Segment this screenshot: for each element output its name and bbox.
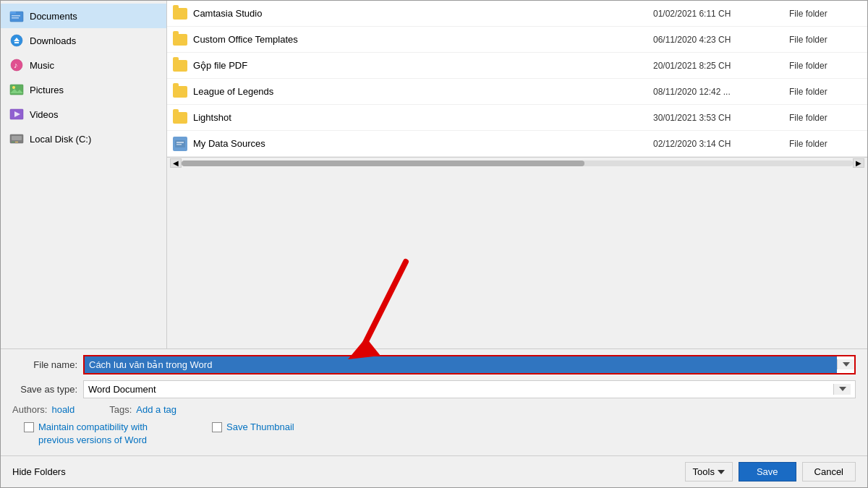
svg-rect-17: [15, 142, 18, 142]
save-as-dialog: Documents Downloads ♪: [0, 0, 868, 488]
thumbnail-checkbox[interactable]: [212, 422, 222, 432]
folder-icon: [173, 8, 187, 20]
file-date: 20/01/2021 8:25 CH: [653, 61, 783, 71]
videos-icon: [9, 107, 24, 121]
bottom-bar: Hide Folders Tools Save Cancel: [1, 455, 867, 487]
savetype-dropdown-btn[interactable]: [833, 384, 851, 395]
file-list-container: Camtasia Studio 01/02/2021 6:11 CH File …: [167, 1, 867, 348]
file-row-my-data[interactable]: My Data Sources 02/12/2020 3:14 CH File …: [167, 131, 867, 157]
svg-text:♪: ♪: [14, 61, 18, 69]
folder-icon: [173, 86, 187, 98]
thumbnail-label: Save Thumbnail: [226, 421, 294, 434]
sidebar-item-pictures[interactable]: Pictures: [1, 77, 166, 102]
sidebar-item-music-label: Music: [30, 60, 54, 71]
file-name-cell: Camtasia Studio: [173, 8, 647, 20]
file-type: File folder: [789, 87, 861, 97]
file-type: File folder: [789, 139, 861, 149]
tools-button[interactable]: Tools: [685, 462, 733, 481]
disk-icon: [9, 132, 24, 146]
file-date: 02/12/2020 3:14 CH: [653, 139, 783, 149]
sidebar-item-videos-label: Videos: [30, 109, 59, 120]
svg-rect-1: [10, 12, 16, 14]
file-date: 30/01/2021 3:53 CH: [653, 113, 783, 123]
svg-rect-15: [12, 136, 22, 140]
file-type: File folder: [789, 113, 861, 123]
filename-row: File name:: [12, 355, 856, 374]
sidebar-item-documents[interactable]: Documents: [1, 4, 166, 28]
authors-label: Authors:: [12, 404, 47, 415]
file-row-lol[interactable]: League of Legends 08/11/2020 12:42 ... F…: [167, 79, 867, 105]
authors-section: Authors: hoald: [12, 404, 75, 415]
sidebar-item-documents-label: Documents: [30, 11, 77, 22]
savetype-value: Word Document: [88, 384, 833, 395]
checkbox-item-thumbnail: Save Thumbnail: [212, 421, 294, 434]
sidebar-item-downloads[interactable]: Downloads: [1, 28, 166, 53]
file-name-cell: Custom Office Templates: [173, 34, 647, 46]
svg-rect-3: [12, 17, 19, 19]
cancel-button[interactable]: Cancel: [802, 462, 856, 481]
documents-icon: [9, 9, 24, 23]
checkbox-item-compatibility: Maintain compatibility with previous ver…: [24, 421, 183, 447]
tags-value[interactable]: Add a tag: [136, 404, 176, 415]
file-name-cell: Gộp file PDF: [173, 60, 647, 72]
filename-input[interactable]: [85, 356, 837, 373]
savetype-select-wrapper[interactable]: Word Document: [83, 380, 856, 398]
horizontal-scrollbar-area: ◀ ▶: [167, 157, 867, 168]
compatibility-label: Maintain compatibility with previous ver…: [38, 421, 183, 447]
file-date: 01/02/2021 6:11 CH: [653, 9, 783, 19]
file-name: Custom Office Templates: [193, 34, 298, 45]
authors-tags-row: Authors: hoald Tags: Add a tag: [12, 404, 856, 415]
file-name: Lightshot: [193, 112, 231, 123]
svg-rect-16: [12, 142, 14, 142]
file-type: File folder: [789, 61, 861, 71]
svg-rect-19: [176, 142, 184, 143]
file-date: 08/11/2020 12:42 ...: [653, 87, 783, 97]
sidebar-item-music[interactable]: ♪ Music: [1, 53, 166, 77]
folder-icon: [173, 112, 187, 124]
sidebar-item-downloads-label: Downloads: [30, 35, 76, 46]
h-scrollbar-track[interactable]: [182, 160, 853, 166]
svg-rect-2: [12, 15, 20, 17]
file-name-cell: My Data Sources: [173, 137, 647, 151]
file-row-lightshot[interactable]: Lightshot 30/01/2021 3:53 CH File folder: [167, 105, 867, 131]
h-scrollbar-thumb: [182, 160, 584, 166]
tools-label: Tools: [693, 466, 715, 477]
form-area: File name: Save as type: Word Document: [1, 348, 867, 447]
filename-label: File name:: [12, 359, 77, 370]
scroll-left-btn[interactable]: ◀: [170, 158, 182, 168]
folder-icon: [173, 34, 187, 46]
file-type: File folder: [789, 35, 861, 45]
form-area-wrapper: File name: Save as type: Word Document: [1, 348, 867, 455]
sidebar: Documents Downloads ♪: [1, 1, 167, 348]
svg-marker-25: [718, 470, 725, 474]
file-row-gop-file[interactable]: Gộp file PDF 20/01/2021 8:25 CH File fol…: [167, 53, 867, 79]
folder-icon: [173, 60, 187, 72]
scroll-right-btn[interactable]: ▶: [853, 158, 864, 168]
file-row-camtasia[interactable]: Camtasia Studio 01/02/2021 6:11 CH File …: [167, 1, 867, 27]
compatibility-checkbox[interactable]: [24, 422, 34, 432]
sidebar-item-videos[interactable]: Videos: [1, 102, 166, 127]
sidebar-item-local-disk-label: Local Disk (C:): [30, 134, 91, 145]
datasource-icon: [173, 137, 187, 151]
music-icon: ♪: [9, 58, 24, 72]
file-row-custom-office[interactable]: Custom Office Templates 06/11/2020 4:23 …: [167, 27, 867, 53]
hide-folders-link[interactable]: Hide Folders: [12, 466, 66, 477]
savetype-label: Save as type:: [12, 384, 77, 395]
authors-value[interactable]: hoald: [51, 404, 75, 415]
filename-dropdown-btn[interactable]: [837, 359, 854, 369]
file-date: 06/11/2020 4:23 CH: [653, 35, 783, 45]
bottom-right-actions: Tools Save Cancel: [685, 462, 856, 481]
file-name: Camtasia Studio: [193, 8, 262, 19]
svg-marker-22: [839, 387, 846, 391]
main-area: Documents Downloads ♪: [1, 1, 867, 348]
save-button[interactable]: Save: [739, 462, 796, 481]
sidebar-item-local-disk[interactable]: Local Disk (C:): [1, 127, 166, 151]
svg-point-10: [12, 86, 15, 89]
file-list: Camtasia Studio 01/02/2021 6:11 CH File …: [167, 1, 867, 157]
downloads-icon: [9, 33, 24, 48]
file-name-cell: Lightshot: [173, 112, 647, 124]
pictures-icon: [9, 82, 24, 97]
file-name-cell: League of Legends: [173, 86, 647, 98]
svg-rect-6: [14, 42, 19, 43]
sidebar-item-pictures-label: Pictures: [30, 85, 64, 95]
